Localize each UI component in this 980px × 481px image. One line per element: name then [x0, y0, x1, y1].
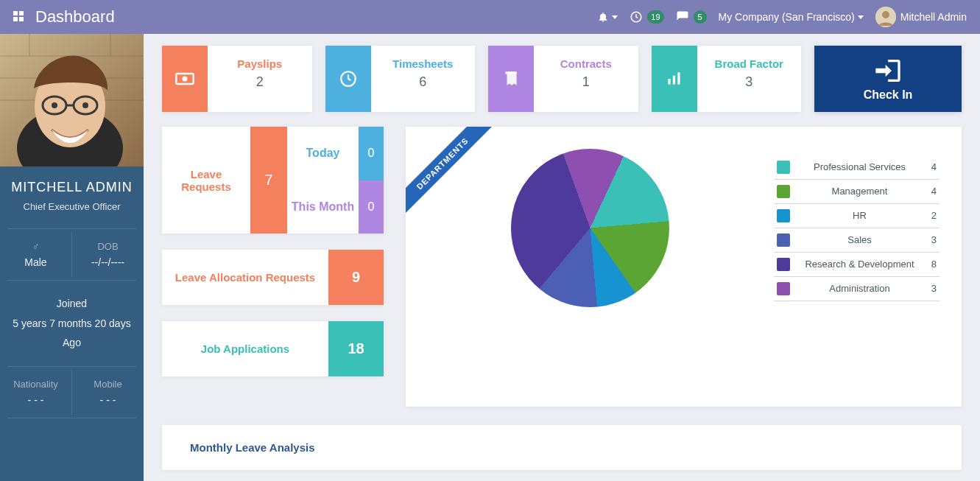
svg-rect-1	[19, 11, 24, 15]
svg-rect-27	[677, 72, 680, 84]
svg-point-6	[882, 11, 889, 18]
svg-rect-2	[13, 17, 18, 21]
profile-mobile: Mobile - - -	[72, 370, 144, 415]
user-menu[interactable]: Mitchell Admin	[875, 7, 967, 27]
legend-row: HR2	[774, 204, 940, 228]
svg-rect-0	[13, 11, 18, 15]
company-switcher[interactable]: My Company (San Francisco)	[719, 11, 864, 23]
leave-requests-card[interactable]: Leave Requests 7 Today 0 This Month 0	[162, 127, 384, 234]
book-icon	[488, 46, 534, 112]
profile-joined: Joined 5 years 7 months 20 days Ago	[0, 284, 144, 363]
clock-icon	[325, 46, 371, 112]
chart-icon	[652, 46, 697, 112]
profile-nationality: Nationality - - -	[0, 370, 72, 415]
avatar	[875, 7, 896, 27]
money-icon	[162, 46, 208, 112]
top-bar: Dashboard 19 5 My Company (San Francisco…	[0, 0, 980, 34]
svg-rect-24	[505, 71, 516, 74]
chevron-down-icon	[612, 15, 618, 19]
svg-rect-26	[672, 76, 674, 85]
signin-icon	[873, 56, 903, 85]
page-title: Dashboard	[35, 7, 115, 27]
metric-timesheets[interactable]: Timesheets 6	[325, 46, 476, 112]
gender-icon: ♂	[3, 241, 68, 252]
departments-legend: Professional Services4Management4HR2Sale…	[774, 155, 940, 301]
svg-rect-3	[19, 17, 24, 21]
profile-role: Chief Executive Officer	[0, 201, 144, 212]
activity-icon[interactable]: 19	[630, 10, 663, 24]
svg-point-22	[183, 77, 188, 82]
apps-icon[interactable]	[7, 5, 31, 29]
analysis-title: Monthly Leave Analysis	[190, 441, 934, 454]
metric-contracts[interactable]: Contracts 1	[488, 46, 638, 112]
sidebar: MITCHELL ADMIN Chief Executive Officer ♂…	[0, 34, 144, 481]
check-in-button[interactable]: Check In	[814, 46, 962, 112]
job-applications-card[interactable]: Job Applications 18	[162, 321, 384, 376]
profile-dob: DOB --/--/----	[72, 232, 144, 277]
metric-payslips[interactable]: Payslips 2	[162, 46, 312, 112]
metric-broad-factor[interactable]: Broad Factor 3	[652, 46, 802, 112]
profile-photo	[0, 34, 144, 166]
chevron-down-icon	[858, 15, 864, 19]
leave-allocation-card[interactable]: Leave Allocation Requests 9	[162, 250, 384, 305]
legend-row: Research & Development8	[774, 253, 940, 277]
departments-pie-chart	[511, 149, 669, 307]
messages-badge: 5	[694, 10, 707, 24]
user-name: Mitchell Admin	[900, 11, 967, 23]
messages-icon[interactable]: 5	[676, 10, 707, 24]
svg-point-19	[52, 102, 57, 108]
departments-card: DEPARTMENTS Professional Services4Manage…	[406, 127, 962, 407]
legend-row: Administration3	[774, 277, 940, 301]
company-name: My Company (San Francisco)	[719, 11, 855, 23]
profile-gender: ♂ Male	[0, 232, 72, 277]
legend-row: Professional Services4	[774, 155, 940, 180]
legend-row: Sales3	[774, 228, 940, 253]
legend-row: Management4	[774, 180, 940, 204]
profile-name: MITCHELL ADMIN	[0, 180, 144, 195]
svg-point-20	[82, 102, 88, 108]
departments-ribbon: DEPARTMENTS	[406, 127, 509, 230]
activity-badge: 19	[647, 10, 663, 24]
main: Payslips 2 Timesheets 6 Contracts	[144, 34, 980, 481]
leave-total: 7	[250, 127, 287, 234]
monthly-leave-analysis-card: Monthly Leave Analysis	[162, 425, 962, 470]
svg-rect-25	[668, 79, 670, 85]
bell-icon[interactable]	[597, 11, 618, 23]
